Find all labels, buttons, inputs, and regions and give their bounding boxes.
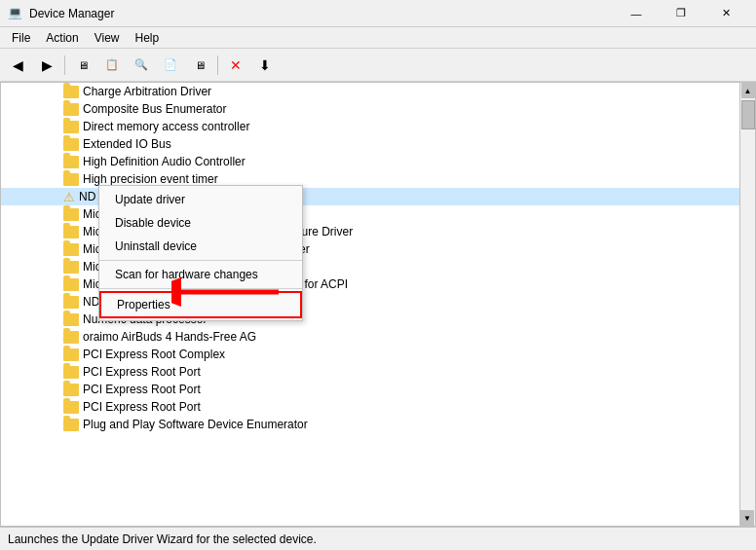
folder-icon (63, 226, 79, 238)
app-icon: 💻 (8, 6, 23, 21)
device-item[interactable]: Composite Bus Enumerator (1, 100, 755, 118)
context-menu-disable[interactable]: Disable device (99, 211, 302, 235)
toolbar-uninstall[interactable]: 📄 (157, 53, 184, 78)
toolbar-sep1 (64, 55, 65, 75)
device-item[interactable]: PCI Express Root Port (1, 398, 755, 416)
scrollbar[interactable]: ▲ ▼ (739, 83, 755, 526)
device-item[interactable]: oraimo AirBuds 4 Hands-Free AG (1, 328, 755, 346)
device-item-label: PCI Express Root Port (83, 400, 201, 414)
folder-icon (63, 121, 79, 133)
folder-icon (63, 401, 79, 414)
folder-icon (63, 296, 79, 309)
folder-icon (63, 419, 79, 431)
window-controls: — ❐ ✕ (614, 0, 748, 27)
device-item-label: Plug and Play Software Device Enumerator (83, 418, 308, 431)
device-item-label: PCI Express Root Port (83, 365, 201, 379)
device-item-label: High precision event timer (83, 172, 218, 186)
context-menu-sep (99, 260, 302, 261)
menu-view[interactable]: View (87, 29, 128, 47)
device-item[interactable]: Charge Arbitration Driver (1, 83, 755, 100)
menu-help[interactable]: Help (128, 29, 168, 47)
folder-icon (63, 348, 79, 361)
folder-icon (63, 384, 79, 396)
title-bar: 💻 Device Manager — ❐ ✕ (0, 0, 756, 27)
toolbar-properties[interactable]: 📋 (98, 53, 126, 78)
toolbar-remove[interactable]: ✕ (222, 53, 249, 78)
close-button[interactable]: ✕ (703, 0, 748, 27)
window-title: Device Manager (29, 7, 614, 20)
context-menu-properties[interactable]: Properties (99, 291, 302, 318)
device-item-label: oraimo AirBuds 4 Hands-Free AG (83, 330, 256, 344)
device-item[interactable]: PCI Express Root Port (1, 363, 755, 381)
folder-icon (63, 261, 79, 274)
context-menu-update[interactable]: Update driver (99, 188, 302, 211)
minimize-button[interactable]: — (614, 0, 659, 27)
device-item[interactable]: PCI Express Root Port (1, 381, 755, 398)
menu-file[interactable]: File (4, 29, 38, 47)
folder-icon (63, 173, 79, 186)
context-menu-uninstall[interactable]: Uninstall device (99, 235, 302, 258)
status-bar: Launches the Update Driver Wizard for th… (0, 527, 756, 550)
folder-icon (63, 156, 79, 168)
device-item[interactable]: PCI Express Root Complex (1, 346, 755, 363)
device-item-label: PCI Express Root Complex (83, 348, 225, 361)
folder-icon (63, 331, 79, 344)
toolbar-sep2 (217, 55, 218, 75)
device-item-label: Charge Arbitration Driver (83, 85, 211, 98)
folder-icon (63, 103, 79, 116)
folder-icon (63, 243, 79, 256)
toolbar-forward[interactable]: ▶ (33, 53, 60, 78)
device-item-label: High Definition Audio Controller (83, 155, 246, 168)
main-content: Charge Arbitration DriverComposite Bus E… (0, 82, 756, 527)
folder-icon (63, 86, 79, 98)
context-menu: Update driver Disable device Uninstall d… (98, 185, 303, 321)
folder-icon (63, 313, 79, 326)
toolbar-scan[interactable]: 🖥 (186, 53, 213, 78)
device-item[interactable]: Plug and Play Software Device Enumerator (1, 416, 755, 433)
device-item-label: PCI Express Root Port (83, 383, 201, 396)
toolbar: ◀ ▶ 🖥 📋 🔍 📄 🖥 ✕ ⬇ (0, 49, 756, 82)
folder-icon (63, 278, 79, 291)
toolbar-download[interactable]: ⬇ (251, 53, 279, 78)
device-item[interactable]: High Definition Audio Controller (1, 153, 755, 170)
folder-icon (63, 366, 79, 379)
device-item[interactable]: Direct memory access controller (1, 118, 755, 135)
device-item-label: Direct memory access controller (83, 120, 249, 133)
toolbar-device-manager[interactable]: 🖥 (69, 53, 96, 78)
device-item-label: Composite Bus Enumerator (83, 102, 226, 116)
menu-bar: File Action View Help (0, 27, 756, 49)
menu-action[interactable]: Action (38, 29, 86, 47)
context-menu-sep2 (99, 288, 302, 289)
toolbar-update[interactable]: 🔍 (128, 53, 155, 78)
context-menu-scan[interactable]: Scan for hardware changes (99, 263, 302, 286)
warning-icon: ⚠ (63, 190, 75, 204)
device-item[interactable]: Extended IO Bus (1, 135, 755, 153)
toolbar-back[interactable]: ◀ (4, 53, 31, 78)
status-text: Launches the Update Driver Wizard for th… (8, 532, 317, 546)
restore-button[interactable]: ❐ (659, 0, 703, 27)
folder-icon (63, 138, 79, 151)
folder-icon (63, 208, 79, 221)
device-item-label: Extended IO Bus (83, 137, 171, 151)
